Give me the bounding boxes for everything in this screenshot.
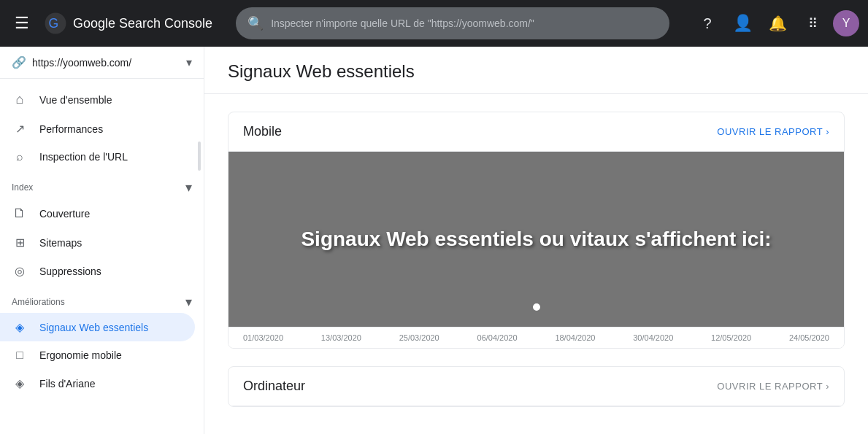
remove-icon: ◎ xyxy=(12,264,28,278)
vitals-icon: ◈ xyxy=(12,320,28,334)
mobile-open-report-button[interactable]: OUVRIR LE RAPPORT › xyxy=(717,126,829,137)
sidebar-item-label: Signaux Web essentiels xyxy=(39,322,148,333)
mobile-section-card: Mobile OUVRIR LE RAPPORT › Signaux Web e… xyxy=(228,112,845,349)
search-bar[interactable]: 🔍 xyxy=(236,7,669,39)
chart-date-3: 25/03/2020 xyxy=(399,333,439,342)
chart-dot xyxy=(531,302,542,312)
ordinateur-card-header: Ordinateur OUVRIR LE RAPPORT › xyxy=(228,367,844,406)
menu-icon[interactable]: ☰ xyxy=(9,8,35,39)
sidebar-url-bar[interactable]: 🔗 https://yoomweb.com/ ▾ xyxy=(0,47,204,79)
search-icon: ⌕ xyxy=(12,150,28,163)
ameliorations-section-header: Améliorations ▾ xyxy=(0,285,204,313)
topbar-actions: ? 👤 🔔 ⠿ Y xyxy=(693,9,859,38)
app-logo: G Google Search Console xyxy=(44,12,212,35)
chart-date-7: 12/05/2020 xyxy=(711,333,751,342)
url-icon: 🔗 xyxy=(12,55,26,69)
sidebar-item-label: Performances xyxy=(39,123,103,135)
chart-date-1: 01/03/2020 xyxy=(243,333,283,342)
file-icon: 🗋 xyxy=(12,206,28,221)
apps-button[interactable]: ⠿ xyxy=(798,9,827,38)
notifications-button[interactable]: 🔔 xyxy=(763,9,792,38)
sidebar-item-url-inspection[interactable]: ⌕ Inspection de l'URL xyxy=(0,143,195,171)
ameliorations-section-label: Améliorations xyxy=(12,297,65,307)
svg-text:G: G xyxy=(48,16,58,31)
sidebar-item-suppressions[interactable]: ◎ Suppressions xyxy=(0,257,195,285)
ameliorations-chevron-icon[interactable]: ▾ xyxy=(185,294,192,310)
sidebar-item-label: Vue d'ensemble xyxy=(39,94,112,106)
help-icon: ? xyxy=(703,15,711,32)
sidebar-item-overview[interactable]: ⌂ Vue d'ensemble xyxy=(0,85,195,115)
chart-date-4: 06/04/2020 xyxy=(477,333,518,342)
ordinateur-open-report-button: OUVRIR LE RAPPORT › xyxy=(717,381,829,392)
sidebar-item-fils-ariane[interactable]: ◈ Fils d'Ariane xyxy=(0,369,195,398)
sidebar-item-label: Ergonomie mobile xyxy=(39,349,122,361)
trend-icon: ↗ xyxy=(12,122,28,136)
avatar[interactable]: Y xyxy=(833,10,859,36)
account-icon: 👤 xyxy=(733,14,753,33)
content-area: Signaux Web essentiels Mobile OUVRIR LE … xyxy=(204,47,868,434)
main-layout: 🔗 https://yoomweb.com/ ▾ ⌂ Vue d'ensembl… xyxy=(0,47,868,434)
chart-date-5: 18/04/2020 xyxy=(555,333,595,342)
search-icon: 🔍 xyxy=(247,15,264,31)
chart-date-2: 13/03/2020 xyxy=(321,333,361,342)
sidebar-item-performances[interactable]: ↗ Performances xyxy=(0,115,195,143)
sidebar-item-signaux-web[interactable]: ◈ Signaux Web essentiels xyxy=(0,313,195,341)
sidebar-scrollbar-thumb xyxy=(198,142,201,171)
index-section-label: Index xyxy=(12,182,33,193)
breadcrumb-icon: ◈ xyxy=(12,376,28,390)
bell-icon: 🔔 xyxy=(769,15,787,32)
index-section-header: Index ▾ xyxy=(0,171,204,198)
chevron-right-icon: › xyxy=(826,126,829,137)
mobile-card-header: Mobile OUVRIR LE RAPPORT › xyxy=(228,112,844,152)
ordinateur-section-card: Ordinateur OUVRIR LE RAPPORT › xyxy=(228,366,845,407)
sidebar-item-ergonomie[interactable]: □ Ergonomie mobile xyxy=(0,341,195,369)
chart-dates: 01/03/2020 13/03/2020 25/03/2020 06/04/2… xyxy=(228,327,844,348)
content-body: Mobile OUVRIR LE RAPPORT › Signaux Web e… xyxy=(204,94,868,434)
page-title: Signaux Web essentiels xyxy=(204,47,868,94)
mobile-section-title: Mobile xyxy=(243,124,282,139)
apps-icon: ⠿ xyxy=(808,15,818,31)
sidebar-url-text: https://yoomweb.com/ xyxy=(32,57,180,69)
index-chevron-icon[interactable]: ▾ xyxy=(185,179,192,195)
sidebar-item-couverture[interactable]: 🗋 Couverture xyxy=(0,198,195,228)
gsc-logo-icon: G xyxy=(44,12,67,35)
home-icon: ⌂ xyxy=(12,92,28,107)
sidebar-item-label: Inspection de l'URL xyxy=(39,151,128,163)
sidebar-nav: ⌂ Vue d'ensemble ↗ Performances ⌕ Inspec… xyxy=(0,79,204,434)
topbar: ☰ G Google Search Console 🔍 ? 👤 🔔 ⠿ Y xyxy=(0,0,868,47)
account-button[interactable]: 👤 xyxy=(728,9,757,38)
sidebar-item-label: Fils d'Ariane xyxy=(39,378,96,390)
sidebar-item-label: Sitemaps xyxy=(39,237,82,249)
sidebar-item-label: Suppressions xyxy=(39,266,101,277)
chart-date-6: 30/04/2020 xyxy=(633,333,673,342)
mobile-icon: □ xyxy=(12,349,28,362)
sidebar-item-sitemaps[interactable]: ⊞ Sitemaps xyxy=(0,228,195,257)
mobile-chart-area: Signaux Web essentiels ou vitaux s'affic… xyxy=(228,152,844,327)
sidebar-scrollbar xyxy=(198,134,201,434)
ordinateur-section-title: Ordinateur xyxy=(243,379,305,394)
sidebar: 🔗 https://yoomweb.com/ ▾ ⌂ Vue d'ensembl… xyxy=(0,47,204,434)
sidebar-item-label: Couverture xyxy=(39,208,90,220)
chevron-right-icon: › xyxy=(826,381,829,392)
app-title: Google Search Console xyxy=(73,16,212,31)
chart-watermark-text: Signaux Web essentiels ou vitaux s'affic… xyxy=(286,213,786,266)
chart-date-8: 24/05/2020 xyxy=(789,333,829,342)
search-input[interactable] xyxy=(271,18,658,29)
sitemap-icon: ⊞ xyxy=(12,236,28,249)
help-button[interactable]: ? xyxy=(693,9,722,38)
chevron-down-icon: ▾ xyxy=(186,55,192,69)
